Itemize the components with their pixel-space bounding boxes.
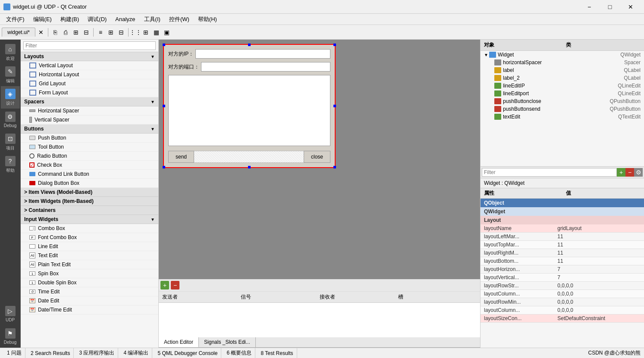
handle-tl[interactable] bbox=[163, 44, 165, 46]
status-test[interactable]: 8 Test Results bbox=[257, 348, 297, 358]
widget-check-box[interactable]: ✓ Check Box bbox=[21, 161, 158, 170]
menu-tools[interactable]: 工具(I) bbox=[140, 14, 165, 25]
widget-tool-button[interactable]: Tool Button bbox=[21, 143, 158, 152]
widget-vertical-layout[interactable]: Vertical Layout bbox=[21, 61, 158, 70]
sidebar-udp[interactable]: ▷ UDP bbox=[1, 303, 20, 325]
text-area-widget[interactable] bbox=[168, 75, 330, 146]
prop-remove-btn[interactable]: − bbox=[625, 168, 634, 177]
tb-btn-10[interactable]: ▦ bbox=[151, 28, 161, 37]
widget-font-combo-box[interactable]: F Font Combo Box bbox=[21, 233, 158, 242]
maximize-button[interactable]: □ bbox=[600, 0, 620, 14]
status-search[interactable]: 2 Search Results bbox=[27, 348, 74, 358]
close-tab-btn[interactable]: ✕ bbox=[36, 28, 46, 37]
filter-input[interactable] bbox=[23, 41, 156, 50]
sidebar-debug2[interactable]: ⚑ Debug bbox=[1, 325, 20, 348]
tb-btn-1[interactable]: ⎘ bbox=[50, 28, 60, 37]
window-controls[interactable]: − □ ✕ bbox=[579, 0, 641, 14]
widget-horizontal-layout[interactable]: Horizontal Layout bbox=[21, 70, 158, 79]
send-button[interactable]: send bbox=[168, 151, 194, 163]
status-compile[interactable]: 4 编译输出 bbox=[120, 348, 152, 358]
handle-tm[interactable] bbox=[248, 44, 251, 46]
category-item-views[interactable]: > Item Views (Model-Based) bbox=[21, 188, 158, 197]
remove-signal-btn[interactable]: − bbox=[171, 281, 179, 290]
widget-line-edit[interactable]: Line Edit bbox=[21, 242, 158, 251]
sidebar-help[interactable]: ? 帮助 bbox=[1, 153, 20, 176]
widget-double-spin-box[interactable]: 1 Double Spin Box bbox=[21, 278, 158, 287]
prop-add-btn[interactable]: + bbox=[617, 168, 625, 177]
tb-btn-8[interactable]: ⋮⋮ bbox=[131, 28, 140, 37]
tb-btn-6[interactable]: ⊞ bbox=[106, 28, 116, 37]
status-overview[interactable]: 6 概要信息 bbox=[223, 348, 255, 358]
status-problems[interactable]: 1 问题 bbox=[3, 348, 25, 358]
category-buttons[interactable]: Buttons ▼ bbox=[21, 125, 158, 134]
category-item-widgets[interactable]: > Item Widgets (Item-Based) bbox=[21, 197, 158, 206]
menu-debug[interactable]: 调试(D) bbox=[83, 14, 111, 25]
tb-btn-9[interactable]: ⊞ bbox=[141, 28, 151, 37]
widget-date-edit[interactable]: 📅 Date Edit bbox=[21, 296, 158, 305]
status-app-output[interactable]: 3 应用程序输出 bbox=[75, 348, 118, 358]
widget-spin-box[interactable]: 1 Spin Box bbox=[21, 269, 158, 278]
tb-btn-5[interactable]: ≡ bbox=[96, 28, 105, 37]
sidebar-project[interactable]: ⊡ 项目 bbox=[1, 131, 20, 153]
tb-btn-11[interactable]: ▣ bbox=[162, 28, 171, 37]
menu-widget[interactable]: 控件(W) bbox=[165, 14, 194, 25]
menu-analyze[interactable]: Analyze bbox=[111, 15, 139, 24]
widget-grid-layout[interactable]: Grid Layout bbox=[21, 79, 158, 88]
handle-tr[interactable] bbox=[333, 44, 336, 46]
menu-help[interactable]: 帮助(H) bbox=[194, 14, 221, 25]
sidebar-welcome[interactable]: ⌂ 欢迎 bbox=[1, 41, 20, 64]
handle-br[interactable] bbox=[333, 166, 336, 168]
widget-push-button[interactable]: Push Button bbox=[21, 134, 158, 143]
handle-bm[interactable] bbox=[248, 166, 251, 168]
tree-item-label2[interactable]: label_2 QLabel bbox=[481, 74, 644, 82]
menu-edit[interactable]: 编辑(E) bbox=[29, 14, 56, 25]
tab-signals-slots[interactable]: Signals _Slots Edi... bbox=[199, 337, 256, 347]
category-input-widgets[interactable]: Input Widgets ▼ bbox=[21, 215, 158, 224]
tree-item-textedit[interactable]: textEdit QTextEdit bbox=[481, 113, 644, 121]
tree-item-lineeditip[interactable]: lineEditIP QLineEdit bbox=[481, 82, 644, 90]
tb-btn-4[interactable]: ⊟ bbox=[82, 28, 91, 37]
tree-item-pushbtnclose[interactable]: pushButtonclose QPushButton bbox=[481, 97, 644, 105]
widget-datetime-edit[interactable]: 📅 Date/Time Edit bbox=[21, 305, 158, 314]
port-input[interactable] bbox=[201, 62, 330, 72]
tb-btn-7[interactable]: ⊟ bbox=[116, 28, 126, 37]
widget-form-layout[interactable]: Form Layout bbox=[21, 88, 158, 97]
menu-file[interactable]: 文件(F) bbox=[2, 14, 29, 25]
tree-item-label[interactable]: label QLabel bbox=[481, 66, 644, 74]
widget-plain-text-edit[interactable]: AI Plain Text Edit bbox=[21, 260, 158, 269]
tree-item-lineeditport[interactable]: lineEditport QLineEdit bbox=[481, 90, 644, 97]
widget-time-edit[interactable]: ⏱ Time Edit bbox=[21, 287, 158, 296]
category-spacers[interactable]: Spacers ▼ bbox=[21, 97, 158, 106]
text-input-horizontal[interactable] bbox=[194, 151, 304, 163]
handle-ml[interactable] bbox=[163, 105, 165, 107]
tb-btn-2[interactable]: ⎙ bbox=[61, 28, 70, 37]
widget-command-link[interactable]: Command Link Button bbox=[21, 170, 158, 179]
sidebar-edit[interactable]: ✎ 编辑 bbox=[1, 64, 20, 86]
menu-build[interactable]: 构建(B) bbox=[56, 14, 83, 25]
widget-combo-box[interactable]: Combo Box bbox=[21, 224, 158, 233]
status-qml[interactable]: 5 QML Debugger Console bbox=[154, 348, 221, 358]
prop-filter-input[interactable] bbox=[482, 168, 617, 177]
category-containers[interactable]: > Containers bbox=[21, 206, 158, 215]
widget-hspacer[interactable]: Horizontal Spacer bbox=[21, 106, 158, 115]
category-layouts[interactable]: Layouts ▼ bbox=[21, 52, 158, 61]
sidebar-debug[interactable]: ⚙ Debug bbox=[1, 109, 20, 131]
file-tab[interactable]: widget.ui* bbox=[2, 28, 35, 37]
close-button-canvas[interactable]: close bbox=[304, 151, 330, 163]
tree-item-widget[interactable]: ▼ Widget QWidget bbox=[481, 51, 644, 59]
tree-item-pushbtnsend[interactable]: pushButtonsend QPushButton bbox=[481, 105, 644, 113]
handle-bl[interactable] bbox=[163, 166, 165, 168]
widget-radio-button[interactable]: Radio Button bbox=[21, 152, 158, 161]
design-canvas[interactable]: 对方的IP： 对方的端口： send close bbox=[159, 40, 480, 278]
tree-item-hspacer[interactable]: horizontalSpacer Spacer bbox=[481, 59, 644, 66]
ip-input[interactable] bbox=[195, 49, 330, 59]
tb-btn-3[interactable]: ⊞ bbox=[71, 28, 81, 37]
tab-action-editor[interactable]: Action Editor bbox=[159, 337, 199, 347]
close-button[interactable]: ✕ bbox=[621, 0, 641, 14]
add-signal-btn[interactable]: + bbox=[160, 281, 169, 290]
widget-vspacer[interactable]: Vertical Spacer bbox=[21, 115, 158, 125]
widget-text-edit[interactable]: AI Text Edit bbox=[21, 251, 158, 260]
widget-dialog-btn-box[interactable]: Dialog Button Box bbox=[21, 179, 158, 188]
prop-gear-btn[interactable]: ⚙ bbox=[634, 168, 643, 177]
sidebar-design[interactable]: ◈ 设计 bbox=[1, 86, 20, 109]
